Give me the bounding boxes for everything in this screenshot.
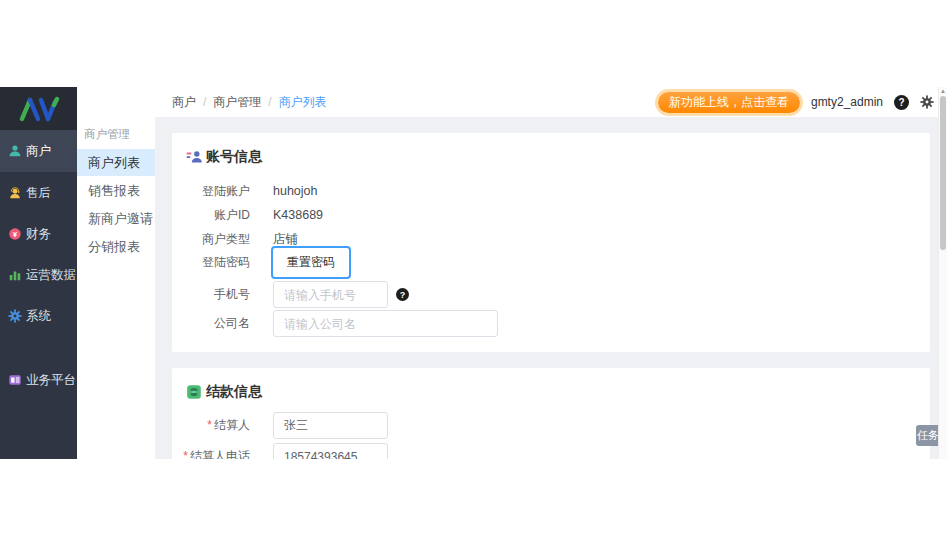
vertical-scrollbar[interactable]: ▲ (938, 87, 947, 459)
breadcrumb-separator: / (203, 95, 206, 109)
submenu-item-sales-report[interactable]: 销售报表 (77, 177, 155, 204)
secondary-sidebar: 商户管理 商户列表 销售报表 新商户邀请 分销报表 (77, 117, 155, 459)
login-account-value: huhojoh (273, 184, 318, 198)
settlement-section-header: 结款信息 (186, 383, 262, 401)
company-input[interactable] (273, 310, 498, 337)
form-row-phone: 手机号 ? (172, 281, 409, 308)
sidebar-item-label: 商户 (26, 143, 51, 160)
field-label: 公司名 (172, 315, 250, 332)
sidebar-item-label: 售后 (26, 185, 51, 202)
sidebar-item-finance[interactable]: ¥ 财务 (0, 213, 77, 255)
settler-phone-input[interactable] (273, 443, 388, 459)
field-label: 手机号 (172, 286, 250, 303)
submenu-item-label: 分销报表 (88, 238, 140, 256)
section-title: 账号信息 (206, 148, 262, 166)
required-asterisk: * (183, 449, 188, 459)
field-label: *结算人 (172, 417, 250, 434)
account-id-value: K438689 (273, 208, 323, 222)
finance-yen-icon: ¥ (8, 227, 22, 241)
top-header-bar: 商户 / 商户管理 / 商户列表 新功能上线，点击查看 gmty2_admin … (77, 87, 947, 117)
section-title: 结款信息 (206, 383, 262, 401)
submenu-item-label: 新商户邀请 (88, 210, 153, 228)
submenu-item-merchant-list[interactable]: 商户列表 (77, 149, 155, 176)
sidebar-item-label: 系统 (26, 308, 51, 325)
form-row-login-password: 登陆密码 重置密码 (172, 247, 351, 277)
main-sidebar: 商户 售后 ¥ 财务 运营数据 (0, 87, 77, 459)
account-section-header: 账号信息 (186, 148, 262, 166)
reset-password-focus-ring: 重置密码 (271, 246, 351, 279)
brand-logo-icon (16, 96, 62, 122)
sidebar-item-label: 业务平台 (26, 372, 76, 389)
scrollbar-thumb[interactable] (940, 96, 946, 250)
sidebar-item-aftersales[interactable]: 售后 (0, 172, 77, 214)
header-actions: 新功能上线，点击查看 gmty2_admin ? (658, 87, 934, 117)
submenu-item-label: 商户列表 (88, 154, 140, 172)
settlement-info-icon (186, 384, 202, 400)
phone-help-icon[interactable]: ? (396, 288, 409, 301)
breadcrumb-separator: / (268, 95, 271, 109)
main-content: 账号信息 登陆账户 huhojoh 账户ID K438689 商户类型 店铺 登… (155, 117, 947, 459)
form-row-settler-phone: *结算人电话 (172, 443, 388, 459)
settler-input[interactable] (273, 412, 388, 439)
sidebar-item-merchant[interactable]: 商户 (0, 130, 77, 172)
settings-gear-icon[interactable] (920, 95, 934, 109)
username[interactable]: gmty2_admin (811, 95, 883, 109)
gear-icon (8, 309, 22, 323)
new-feature-badge[interactable]: 新功能上线，点击查看 (658, 92, 800, 113)
sidebar-item-operation-data[interactable]: 运营数据 (0, 254, 77, 296)
breadcrumb-item-current[interactable]: 商户列表 (279, 94, 327, 111)
breadcrumb-item[interactable]: 商户管理 (213, 94, 261, 111)
settlement-info-card: 结款信息 *结算人 *结算人电话 (172, 368, 930, 459)
app-logo[interactable] (0, 87, 77, 130)
form-row-account-id: 账户ID K438689 (172, 205, 323, 225)
aftersales-headset-icon (8, 186, 22, 200)
form-row-company: 公司名 (172, 310, 498, 337)
platform-card-icon (8, 373, 22, 387)
sidebar-item-label: 运营数据 (26, 267, 76, 284)
field-label: 登陆密码 (172, 254, 250, 271)
sidebar-item-system[interactable]: 系统 (0, 295, 77, 337)
submenu-item-label: 销售报表 (88, 182, 140, 200)
scrollbar-up-arrow-icon[interactable]: ▲ (939, 88, 947, 94)
merchant-person-icon (8, 144, 22, 158)
submenu-item-distribution-report[interactable]: 分销报表 (77, 233, 155, 260)
field-label: *结算人电话 (172, 448, 250, 459)
sidebar-item-business-platform[interactable]: 业务平台 (0, 359, 77, 401)
field-label: 登陆账户 (172, 183, 250, 200)
account-info-card: 账号信息 登陆账户 huhojoh 账户ID K438689 商户类型 店铺 登… (172, 133, 930, 352)
reset-password-button[interactable]: 重置密码 (275, 250, 347, 275)
bar-chart-icon (8, 268, 22, 282)
merchant-type-value: 店铺 (273, 231, 298, 248)
task-side-tab[interactable]: 任务 (916, 425, 940, 446)
help-icon[interactable]: ? (894, 95, 909, 110)
breadcrumb: 商户 / 商户管理 / 商户列表 (172, 87, 327, 117)
submenu-group-label: 商户管理 (84, 127, 130, 142)
svg-text:¥: ¥ (13, 230, 18, 239)
account-info-icon (186, 149, 202, 165)
sidebar-item-label: 财务 (26, 226, 51, 243)
field-label: 商户类型 (172, 231, 250, 248)
breadcrumb-item[interactable]: 商户 (172, 94, 196, 111)
form-row-login-account: 登陆账户 huhojoh (172, 181, 318, 201)
admin-app-window: 商户 售后 ¥ 财务 运营数据 (0, 87, 947, 459)
submenu-item-new-merchant-invite[interactable]: 新商户邀请 (77, 205, 155, 232)
field-label: 账户ID (172, 207, 250, 224)
form-row-settler: *结算人 (172, 412, 388, 439)
phone-input[interactable] (273, 281, 388, 308)
required-asterisk: * (207, 418, 212, 432)
